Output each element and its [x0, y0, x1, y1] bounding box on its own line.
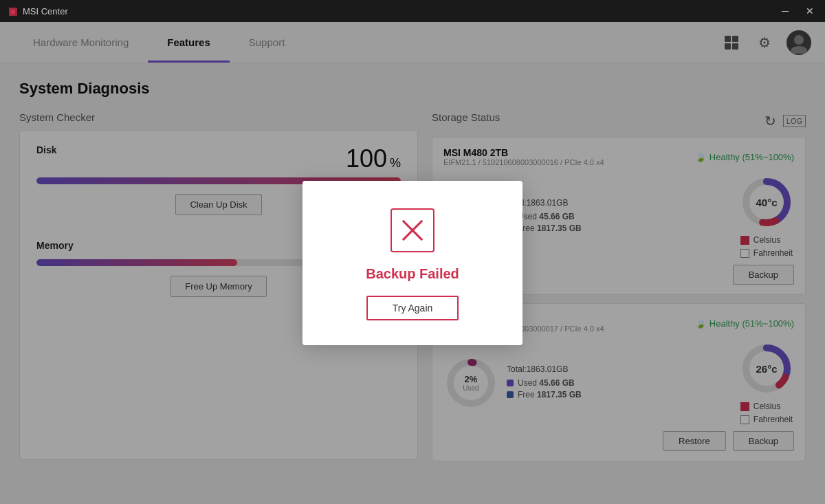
modal-title: Backup Failed [366, 266, 459, 282]
app-logo: ▣ [8, 6, 17, 17]
close-button[interactable]: ✕ [803, 6, 817, 17]
try-again-button[interactable]: Try Again [366, 296, 459, 320]
modal-overlay: Backup Failed Try Again [0, 22, 825, 504]
app-title: MSI Center [23, 6, 68, 17]
modal-error-icon [399, 217, 426, 244]
backup-failed-modal: Backup Failed Try Again [302, 181, 522, 345]
modal-error-icon-wrap [390, 208, 434, 252]
title-bar: ▣ MSI Center ─ ✕ [0, 0, 825, 22]
minimize-button[interactable]: ─ [778, 6, 792, 17]
